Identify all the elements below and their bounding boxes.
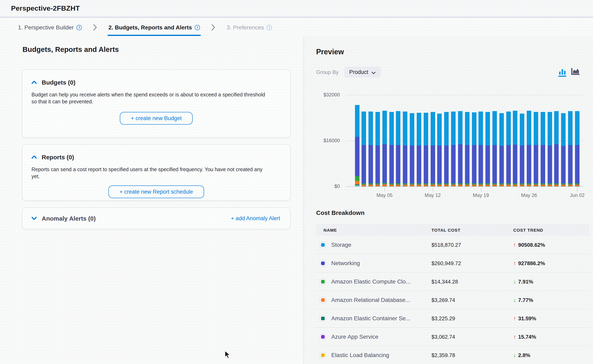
bar-segment-networking: [437, 146, 442, 184]
bar-segment-storage: [444, 112, 449, 145]
create-report-schedule-button[interactable]: + create new Report schedule: [108, 185, 204, 198]
bar-segment-ec2: [479, 184, 483, 185]
stacked-bar[interactable]: [486, 112, 490, 186]
stacked-bar[interactable]: [368, 111, 373, 186]
bar-segment-ec2: [362, 184, 366, 185]
bar-segment-rds: [506, 185, 511, 185]
table-row[interactable]: Azure App Service $3,062.74 ↑ 15.74%: [316, 328, 589, 346]
group-by-select[interactable]: Product: [344, 67, 381, 78]
stacked-bar[interactable]: [527, 111, 531, 186]
stacked-bar[interactable]: [382, 111, 387, 186]
stacked-bar[interactable]: [444, 112, 449, 186]
chevron-right-icon: [212, 24, 215, 31]
bar-segment-storage: [382, 111, 387, 144]
bar-segment-storage: [547, 112, 552, 145]
bar-segment-other: [554, 186, 559, 187]
bar-segment-networking: [499, 146, 504, 184]
tab-budgets-reports-alerts[interactable]: 2. Budgets, Reports and Alerts i: [107, 18, 201, 36]
bar-segment-other: [417, 186, 421, 187]
group-by-label: Group By: [316, 69, 339, 75]
bar-segment-elb: [458, 185, 463, 186]
bar-segment-rds: [541, 185, 545, 185]
table-row[interactable]: Amazon Elastic Container Se... $3,225.29…: [316, 309, 589, 328]
bar-segment-ec2: [437, 184, 442, 185]
bar-segment-storage: [458, 111, 463, 144]
stacked-bar[interactable]: [375, 112, 380, 186]
cost-breakdown-heading: Cost Breakdown: [316, 209, 365, 216]
stacked-bar[interactable]: [575, 111, 580, 186]
stacked-bar[interactable]: [437, 113, 442, 186]
create-budget-button[interactable]: + create new Budget: [120, 112, 193, 125]
stacked-bar[interactable]: [396, 111, 400, 186]
add-anomaly-alert-link[interactable]: + add Anomaly Alert: [231, 215, 280, 221]
bar-segment-ec2: [382, 183, 387, 184]
table-row[interactable]: Storage $518,870.27 ↑ 90508.62%: [316, 236, 589, 254]
stacked-bar[interactable]: [506, 112, 511, 186]
chevron-down-icon[interactable]: [32, 216, 37, 220]
stacked-bar[interactable]: [499, 113, 504, 186]
chevron-up-icon[interactable]: [32, 155, 37, 159]
budgets-title[interactable]: Budgets (0): [42, 79, 75, 86]
stacked-bar[interactable]: [451, 112, 456, 186]
stacked-bar[interactable]: [410, 113, 414, 186]
y-axis-label: $0: [311, 183, 340, 189]
stacked-bar[interactable]: [389, 112, 394, 186]
bar-chart-icon[interactable]: [558, 69, 566, 77]
table-row[interactable]: Networking $260,949.72 ↑ 927886.2%: [316, 254, 589, 273]
bar-segment-rds: [547, 185, 552, 185]
info-icon[interactable]: i: [267, 25, 272, 30]
stacked-bar[interactable]: [568, 111, 573, 186]
reports-title[interactable]: Reports (0): [42, 154, 74, 161]
stacked-bar[interactable]: [479, 112, 483, 186]
bar-segment-elb: [396, 185, 400, 186]
stacked-bar[interactable]: [554, 111, 559, 186]
stacked-bar[interactable]: [534, 112, 538, 186]
stacked-bar[interactable]: [465, 112, 469, 186]
table-row[interactable]: Amazon Elastic Compute Clo... $14,344.28…: [316, 273, 589, 291]
bar-segment-other: [486, 186, 490, 187]
bar-segment-networking: [554, 144, 559, 183]
info-icon[interactable]: i: [76, 25, 82, 30]
x-axis-tick: [433, 186, 433, 192]
stacked-bar[interactable]: [547, 112, 552, 186]
product-name: Storage: [331, 241, 351, 248]
window-header: Perspective-2FBZHT: [0, 0, 593, 18]
table-row[interactable]: Amazon Relational Database... $3,269.74 …: [316, 291, 589, 309]
stacked-bar[interactable]: [472, 112, 476, 186]
info-icon[interactable]: i: [195, 25, 200, 30]
area-chart-icon[interactable]: [571, 67, 580, 77]
bar-segment-other: [465, 186, 469, 187]
stacked-bar[interactable]: [561, 113, 566, 186]
budgets-card: Budgets (0) Budget can help you receive …: [22, 69, 290, 138]
bar-segment-networking: [534, 145, 538, 183]
x-axis-label: May 12: [425, 192, 441, 198]
table-row[interactable]: Elastic Load Balancing $2,359.78 ↓ 2.8%: [316, 346, 589, 364]
stacked-bar[interactable]: [362, 111, 366, 186]
cost-preview-chart[interactable]: $0$16000$32000May 05May 12May 19May 26Ju…: [316, 91, 589, 198]
bar-segment-networking: [362, 145, 366, 183]
bar-segment-rds: [362, 185, 366, 185]
tab-preferences[interactable]: 3. Preferences i: [226, 18, 273, 36]
chevron-up-icon[interactable]: [32, 80, 37, 84]
bar-segment-storage: [368, 111, 373, 145]
stacked-bar[interactable]: [403, 111, 407, 186]
stacked-bar[interactable]: [355, 105, 359, 186]
total-cost-value: $518,870.27: [428, 242, 510, 248]
anomaly-alerts-title[interactable]: Anomaly Alerts (0): [42, 215, 96, 222]
tab-perspective-builder[interactable]: 1. Perspective Builder i: [17, 18, 83, 36]
bar-segment-elb: [513, 185, 518, 186]
bar-segment-rds: [554, 185, 559, 185]
reports-description: Reports can send a cost report to specif…: [22, 161, 284, 180]
stacked-bar[interactable]: [424, 113, 428, 186]
stacked-bar[interactable]: [520, 113, 525, 186]
stacked-bar[interactable]: [513, 111, 518, 186]
stacked-bar[interactable]: [458, 111, 463, 186]
anomaly-alerts-card: Anomaly Alerts (0) + add Anomaly Alert: [22, 208, 290, 229]
total-cost-value: $3,269.74: [428, 297, 510, 303]
stacked-bar[interactable]: [430, 112, 435, 186]
stacked-bar[interactable]: [541, 112, 545, 186]
stacked-bar[interactable]: [417, 113, 421, 187]
bar-segment-other: [437, 186, 442, 187]
stacked-bar[interactable]: [492, 111, 497, 187]
bar-segment-storage: [355, 105, 359, 137]
